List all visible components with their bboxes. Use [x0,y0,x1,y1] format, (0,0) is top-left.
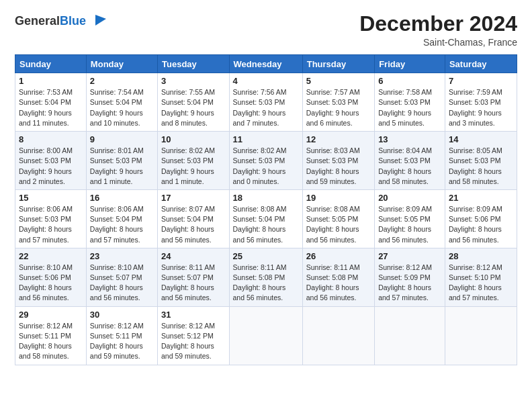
calendar-cell: 10Sunrise: 8:02 AMSunset: 5:03 PMDayligh… [158,132,230,190]
calendar-week-row: 8Sunrise: 8:00 AMSunset: 5:03 PMDaylight… [15,132,517,190]
calendar-cell: 21Sunrise: 8:09 AMSunset: 5:06 PMDayligh… [445,189,517,248]
day-info: Sunrise: 8:09 AMSunset: 5:05 PMDaylight:… [378,205,432,244]
day-info: Sunrise: 8:08 AMSunset: 5:04 PMDaylight:… [233,205,287,244]
day-info: Sunrise: 8:08 AMSunset: 5:05 PMDaylight:… [306,205,360,244]
calendar-cell: 11Sunrise: 8:02 AMSunset: 5:03 PMDayligh… [229,132,302,190]
day-number: 27 [378,251,441,261]
day-number: 23 [90,251,154,261]
day-number: 1 [19,76,83,86]
day-info: Sunrise: 8:12 AMSunset: 5:12 PMDaylight:… [161,322,215,361]
day-info: Sunrise: 8:12 AMSunset: 5:09 PMDaylight:… [378,263,432,302]
calendar-cell: 27Sunrise: 8:12 AMSunset: 5:09 PMDayligh… [375,248,445,306]
calendar-cell: 8Sunrise: 8:00 AMSunset: 5:03 PMDaylight… [15,132,87,190]
calendar-cell [445,306,517,365]
day-number: 11 [233,134,299,144]
calendar-cell: 29Sunrise: 8:12 AMSunset: 5:11 PMDayligh… [15,306,87,365]
day-number: 5 [306,76,371,86]
calendar-cell: 14Sunrise: 8:05 AMSunset: 5:03 PMDayligh… [445,132,517,190]
weekday-header: Sunday [15,55,87,73]
day-info: Sunrise: 8:10 AMSunset: 5:07 PMDaylight:… [90,263,144,302]
calendar-cell: 6Sunrise: 7:58 AMSunset: 5:03 PMDaylight… [375,73,445,132]
calendar-cell: 4Sunrise: 7:56 AMSunset: 5:03 PMDaylight… [229,73,302,132]
day-number: 2 [90,76,154,86]
day-number: 7 [449,76,513,86]
day-number: 13 [378,134,441,144]
calendar-cell: 16Sunrise: 8:06 AMSunset: 5:04 PMDayligh… [86,189,157,248]
day-info: Sunrise: 8:06 AMSunset: 5:04 PMDaylight:… [90,205,144,244]
title-block: December 2024 Saint-Chamas, France [359,12,517,48]
day-info: Sunrise: 8:04 AMSunset: 5:03 PMDaylight:… [378,146,432,185]
day-info: Sunrise: 8:11 AMSunset: 5:08 PMDaylight:… [306,263,360,302]
weekday-header: Thursday [302,55,374,73]
day-number: 12 [306,134,371,144]
day-number: 8 [19,134,83,144]
svg-marker-0 [95,15,106,26]
weekday-header: Wednesday [229,55,302,73]
calendar-cell: 23Sunrise: 8:10 AMSunset: 5:07 PMDayligh… [86,248,157,306]
day-number: 21 [449,193,513,203]
day-number: 4 [233,76,299,86]
calendar-cell [229,306,302,365]
day-info: Sunrise: 8:11 AMSunset: 5:08 PMDaylight:… [233,263,287,302]
day-info: Sunrise: 8:01 AMSunset: 5:03 PMDaylight:… [90,146,144,185]
calendar-week-row: 22Sunrise: 8:10 AMSunset: 5:06 PMDayligh… [15,248,517,306]
calendar-cell: 24Sunrise: 8:11 AMSunset: 5:07 PMDayligh… [158,248,230,306]
calendar-week-row: 15Sunrise: 8:06 AMSunset: 5:03 PMDayligh… [15,189,517,248]
day-info: Sunrise: 7:56 AMSunset: 5:03 PMDaylight:… [233,88,287,127]
weekday-header: Friday [375,55,445,73]
day-info: Sunrise: 8:11 AMSunset: 5:07 PMDaylight:… [161,263,215,302]
day-info: Sunrise: 7:53 AMSunset: 5:04 PMDaylight:… [19,88,73,127]
day-number: 22 [19,251,83,261]
day-info: Sunrise: 7:59 AMSunset: 5:03 PMDaylight:… [449,88,502,127]
day-number: 24 [161,251,226,261]
calendar-cell: 17Sunrise: 8:07 AMSunset: 5:04 PMDayligh… [158,189,230,248]
day-number: 29 [19,310,83,320]
weekday-header: Tuesday [158,55,230,73]
day-info: Sunrise: 7:55 AMSunset: 5:04 PMDaylight:… [161,88,215,127]
day-info: Sunrise: 8:09 AMSunset: 5:06 PMDaylight:… [449,205,502,244]
day-info: Sunrise: 8:12 AMSunset: 5:11 PMDaylight:… [90,322,144,361]
logo-general: GeneralBlue [15,15,86,28]
day-number: 16 [90,193,154,203]
calendar-header-row: SundayMondayTuesdayWednesdayThursdayFrid… [15,55,517,73]
day-number: 25 [233,251,299,261]
day-info: Sunrise: 8:02 AMSunset: 5:03 PMDaylight:… [161,146,215,185]
calendar-cell: 13Sunrise: 8:04 AMSunset: 5:03 PMDayligh… [375,132,445,190]
logo-icon [89,12,107,31]
day-number: 3 [161,76,226,86]
calendar-cell: 28Sunrise: 8:12 AMSunset: 5:10 PMDayligh… [445,248,517,306]
day-number: 14 [449,134,513,144]
calendar-cell: 18Sunrise: 8:08 AMSunset: 5:04 PMDayligh… [229,189,302,248]
calendar-cell: 12Sunrise: 8:03 AMSunset: 5:03 PMDayligh… [302,132,374,190]
calendar: SundayMondayTuesdayWednesdayThursdayFrid… [15,54,517,365]
calendar-cell: 15Sunrise: 8:06 AMSunset: 5:03 PMDayligh… [15,189,87,248]
day-info: Sunrise: 8:05 AMSunset: 5:03 PMDaylight:… [449,146,502,185]
day-number: 19 [306,193,371,203]
page: GeneralBlue December 2024 Saint-Chamas, … [0,0,532,411]
day-info: Sunrise: 7:54 AMSunset: 5:04 PMDaylight:… [90,88,144,127]
day-number: 18 [233,193,299,203]
day-info: Sunrise: 8:12 AMSunset: 5:11 PMDaylight:… [19,322,73,361]
day-info: Sunrise: 8:02 AMSunset: 5:03 PMDaylight:… [233,146,287,185]
calendar-cell: 1Sunrise: 7:53 AMSunset: 5:04 PMDaylight… [15,73,87,132]
calendar-cell: 31Sunrise: 8:12 AMSunset: 5:12 PMDayligh… [158,306,230,365]
day-info: Sunrise: 7:58 AMSunset: 5:03 PMDaylight:… [378,88,432,127]
weekday-header: Monday [86,55,157,73]
day-number: 26 [306,251,371,261]
calendar-cell: 22Sunrise: 8:10 AMSunset: 5:06 PMDayligh… [15,248,87,306]
calendar-cell: 9Sunrise: 8:01 AMSunset: 5:03 PMDaylight… [86,132,157,190]
day-number: 15 [19,193,83,203]
weekday-header: Saturday [445,55,517,73]
calendar-cell: 7Sunrise: 7:59 AMSunset: 5:03 PMDaylight… [445,73,517,132]
day-number: 28 [449,251,513,261]
calendar-cell: 20Sunrise: 8:09 AMSunset: 5:05 PMDayligh… [375,189,445,248]
month-year: December 2024 [359,12,517,36]
location: Saint-Chamas, France [359,37,517,48]
calendar-cell: 3Sunrise: 7:55 AMSunset: 5:04 PMDaylight… [158,73,230,132]
day-info: Sunrise: 8:07 AMSunset: 5:04 PMDaylight:… [161,205,215,244]
day-number: 9 [90,134,154,144]
day-info: Sunrise: 8:00 AMSunset: 5:03 PMDaylight:… [19,146,73,185]
calendar-cell [302,306,374,365]
day-number: 30 [90,310,154,320]
calendar-cell: 2Sunrise: 7:54 AMSunset: 5:04 PMDaylight… [86,73,157,132]
